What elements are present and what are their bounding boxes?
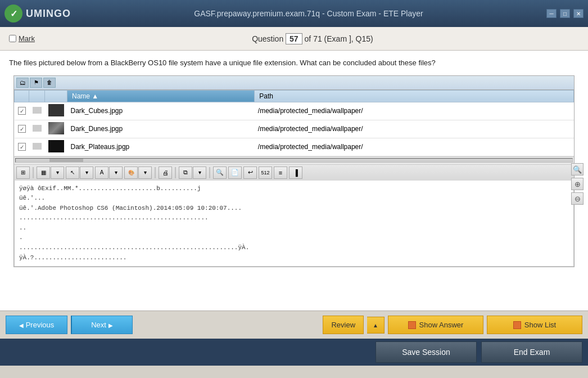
review-button[interactable]: Review	[323, 316, 364, 334]
fm-thumbnail-2	[48, 140, 64, 152]
action-bar: Save Session End Exam	[0, 339, 588, 366]
logo-text: UMINGO	[26, 8, 71, 20]
fm-col-name[interactable]: Name ▲	[67, 90, 255, 102]
fm-btn-cursor[interactable]: ↖	[66, 166, 79, 179]
fm-delete-icon[interactable]: 🗑	[43, 78, 56, 88]
question-text: The files pictured below from a BlackBer…	[9, 57, 579, 69]
maximize-button[interactable]: □	[560, 9, 570, 18]
hex-line: ÿÀ.?.........................	[19, 253, 569, 263]
fm-btn-group-3: A ▾	[95, 166, 123, 179]
fm-cell-path: /media/protected_media/wallpaper/	[255, 102, 574, 120]
fm-btn-panel[interactable]: ▐	[289, 166, 302, 179]
fm-btn-group-2: ↖ ▾	[66, 166, 93, 179]
zoom-out-btn[interactable]: ⊖	[571, 192, 584, 205]
nav-bar: Previous Next Review Show Answer Show Li…	[0, 310, 588, 339]
review-arrow-icon	[373, 322, 378, 328]
fm-btn-copy[interactable]: ⧉	[179, 166, 192, 179]
fm-btn-text-arrow[interactable]: ▾	[109, 166, 123, 179]
fm-cell-path: /media/protected_media/wallpaper/	[255, 138, 574, 156]
fm-scrollbar-track[interactable]	[15, 158, 573, 163]
next-button[interactable]: Next	[71, 316, 133, 334]
fm-cell-thumb	[45, 102, 67, 120]
fm-folder-icon[interactable]: 🗂	[16, 78, 29, 88]
fm-col-thumb	[45, 90, 67, 102]
fm-thumbnail-0	[48, 104, 64, 116]
fm-btn-1[interactable]: ⊞	[16, 166, 30, 179]
fm-btn-print[interactable]: 🖨	[159, 166, 172, 179]
of-label: of	[305, 34, 314, 43]
fm-btn-file[interactable]: 📄	[228, 166, 242, 179]
fm-cell-thumb	[45, 138, 67, 156]
fm-btn-grid-arrow[interactable]: ▾	[51, 166, 64, 179]
fm-divider-4	[209, 167, 210, 178]
fm-flag-2	[33, 143, 42, 150]
fm-btn-grid[interactable]: ▦	[37, 166, 50, 179]
table-row: ✓ Dark_Plateaus.jpgp /media/protected_me…	[15, 138, 574, 156]
fm-btn-color[interactable]: 🎨	[124, 166, 138, 179]
fm-cell-name: Dark_Cubes.jpgp	[67, 102, 255, 120]
fm-checkbox-0[interactable]: ✓	[18, 107, 26, 115]
zoom-in-btn[interactable]: ⊕	[571, 178, 584, 190]
next-arrow-icon	[108, 321, 113, 329]
file-manager: 🗂 ⚑ 🗑 Name ▲ Path ✓	[13, 75, 575, 268]
fm-flag-icon[interactable]: ⚑	[30, 78, 42, 88]
show-answer-icon	[408, 321, 416, 329]
previous-label: Previous	[26, 321, 55, 329]
fm-flag-1	[33, 125, 42, 132]
fm-cell-flag	[29, 138, 45, 156]
fm-cell-check: ✓	[15, 138, 29, 156]
review-label: Review	[331, 321, 355, 329]
fm-btn-group-1: ▦ ▾	[37, 166, 64, 179]
minimize-button[interactable]: ─	[546, 9, 557, 18]
hex-line: ..	[19, 223, 569, 233]
fm-checkbox-1[interactable]: ✓	[18, 125, 26, 133]
question-label: Question	[252, 34, 283, 43]
hex-line: ÿøÿà ôExif..MM.*.....................b..…	[19, 184, 569, 194]
table-row: ✓ Dark_Cubes.jpgp /media/protected_media…	[15, 102, 574, 120]
hex-line: .	[19, 233, 569, 243]
review-dropdown-button[interactable]	[367, 317, 385, 334]
fm-toolbar-bottom: ⊞ ▦ ▾ ↖ ▾ A ▾ 🎨 ▾ 🖨 ⧉ ▾	[14, 164, 574, 181]
mark-label[interactable]: Mark	[19, 34, 35, 43]
fm-cell-name: Dark_Plateaus.jpgp	[67, 138, 255, 156]
total-questions: 71	[313, 34, 322, 43]
fm-btn-search[interactable]: 🔍	[213, 166, 227, 179]
fm-checkbox-2[interactable]: ✓	[18, 143, 26, 151]
fm-btn-cursor-arrow[interactable]: ▾	[80, 166, 93, 179]
exam-info: (Exam ], Q15)	[324, 34, 373, 43]
fm-scrollbar-row[interactable]	[14, 156, 574, 164]
mark-checkbox-area[interactable]: Mark	[9, 34, 35, 43]
mark-checkbox[interactable]	[9, 35, 16, 42]
fm-col-check	[15, 90, 29, 102]
fm-cell-name: Dark_Dunes.jpgp	[67, 120, 255, 138]
fm-cell-check: ✓	[15, 120, 29, 138]
fm-table: Name ▲ Path ✓ Dark_Cubes.jpgp /media/pro…	[14, 90, 574, 156]
next-label: Next	[91, 321, 106, 329]
question-bar: Mark Question 57 of 71 (Exam ], Q15)	[0, 27, 588, 51]
zoom-search-btn[interactable]: 🔍	[571, 163, 584, 176]
fm-divider-2	[155, 167, 156, 178]
show-answer-button[interactable]: Show Answer	[388, 316, 483, 334]
fm-btn-color-arrow[interactable]: ▾	[138, 166, 152, 179]
hex-content: ÿøÿà ôExif..MM.*.....................b..…	[14, 181, 574, 267]
fm-btn-copy-arrow[interactable]: ▾	[193, 166, 206, 179]
show-list-button[interactable]: Show List	[487, 316, 582, 334]
question-number: 57	[286, 33, 302, 44]
end-exam-button[interactable]: End Exam	[481, 341, 582, 363]
save-session-button[interactable]: Save Session	[376, 341, 477, 363]
fm-cell-thumb	[45, 120, 67, 138]
previous-button[interactable]: Previous	[6, 316, 67, 334]
fm-btn-stack[interactable]: ≡	[274, 166, 287, 179]
close-button[interactable]: ✕	[573, 9, 584, 18]
fm-scrollbar-thumb[interactable]	[49, 159, 83, 162]
hex-line: ........................................…	[19, 213, 569, 223]
fm-btn-num1[interactable]: 512	[259, 166, 272, 179]
window-title: GASF.prepaway.premium.exam.71q - Custom …	[194, 9, 423, 18]
window-controls: ─ □ ✕	[546, 9, 584, 18]
prev-arrow-icon	[19, 321, 24, 329]
fm-btn-text[interactable]: A	[95, 166, 108, 179]
question-info: Question 57 of 71 (Exam ], Q15)	[46, 33, 579, 44]
show-list-label: Show List	[524, 321, 556, 329]
fm-btn-export[interactable]: ↩	[243, 166, 257, 179]
table-row: ✓ Dark_Dunes.jpgp /media/protected_media…	[15, 120, 574, 138]
